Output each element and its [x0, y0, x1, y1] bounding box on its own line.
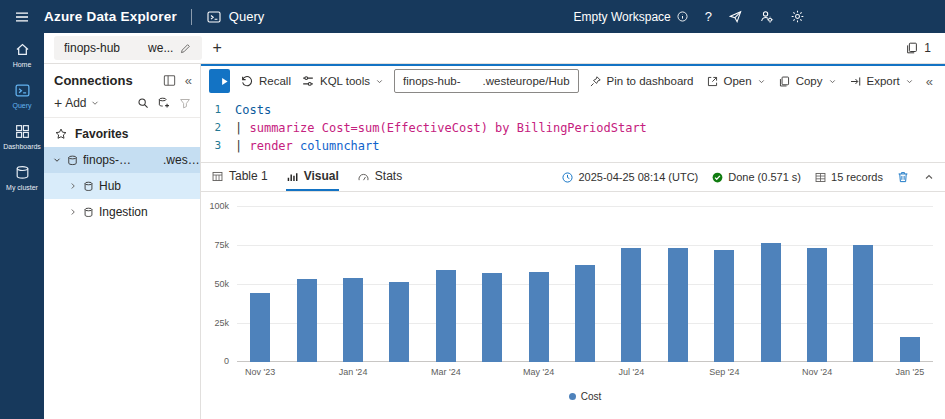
tab-page-count[interactable]: 1 — [905, 41, 931, 55]
chevron-down-icon[interactable] — [90, 98, 100, 108]
code-token: Costs — [235, 101, 271, 119]
bar-Feb '24 — [389, 282, 409, 362]
code-token: columnchart — [293, 137, 380, 155]
app-title: Azure Data Explorer — [44, 9, 177, 24]
recall-button[interactable]: Recall — [240, 74, 291, 88]
legend-marker — [569, 393, 576, 400]
query-section-icon — [206, 9, 222, 25]
y-axis-tick: 25k — [201, 318, 229, 328]
export-button[interactable]: Export — [849, 75, 914, 88]
code-token: render — [249, 137, 292, 155]
bar-Nov '23 — [250, 293, 270, 362]
scope-prefix: finops-hub- — [403, 75, 461, 87]
query-editor[interactable]: 1 Costs 2 | summarize Cost=sum(Effective… — [201, 96, 945, 163]
user-settings-icon[interactable] — [759, 9, 774, 24]
bar-Dec '23 — [297, 279, 317, 362]
delete-results-icon[interactable] — [896, 170, 910, 184]
chevron-right-icon[interactable] — [68, 207, 78, 217]
cluster-name: finops-hub — [83, 153, 138, 167]
connections-title: Connections — [54, 73, 133, 88]
connection-scope-box[interactable]: finops-hub- .westeurope/Hub — [394, 69, 579, 93]
bar-slot — [330, 206, 376, 362]
database-icon — [82, 206, 95, 219]
collapse-results-icon[interactable] — [923, 171, 935, 183]
run-button[interactable]: Run — [209, 69, 230, 93]
table-icon — [211, 170, 224, 183]
rail-item-label: Query — [12, 102, 31, 110]
redacted-text — [126, 43, 142, 53]
hamburger-menu-icon[interactable] — [0, 9, 44, 25]
run-button-group: Run — [209, 69, 230, 93]
settings-gear-icon[interactable] — [790, 9, 805, 24]
x-axis-tick: May '24 — [515, 367, 561, 377]
tree-row-database-hub[interactable]: Hub — [44, 173, 200, 199]
legend-label: Cost — [581, 391, 602, 402]
rail-item-my-cluster[interactable]: My cluster — [0, 164, 44, 192]
bar-Oct '24 — [761, 243, 781, 362]
rail-item-label: Home — [13, 61, 32, 69]
add-database-icon[interactable] — [157, 96, 171, 110]
edit-tab-icon[interactable] — [179, 42, 192, 55]
open-button[interactable]: Open — [706, 75, 766, 88]
clock-icon — [561, 171, 574, 184]
redacted-text — [461, 76, 483, 86]
bar-Nov '24 — [807, 248, 827, 362]
tab-table-1[interactable]: Table 1 — [211, 163, 268, 191]
x-axis-tick: Jul '24 — [608, 367, 654, 377]
left-nav-rail: Home Query Dashboards My cluster — [0, 33, 44, 419]
bars-container — [237, 206, 933, 362]
bar-Jan '24 — [343, 278, 363, 362]
add-connection-button[interactable]: Add — [65, 96, 86, 110]
bar-Sep '24 — [714, 250, 734, 362]
tree-row-cluster[interactable]: finops-hub .west... — [44, 147, 200, 173]
copy-button[interactable]: Copy — [778, 75, 837, 88]
tree-row-database-ingestion[interactable]: Ingestion — [44, 199, 200, 225]
chevron-right-icon[interactable] — [68, 181, 78, 191]
chevron-down-icon[interactable] — [52, 155, 62, 165]
bar-slot — [376, 206, 422, 362]
collapse-panel-icon[interactable]: « — [185, 73, 192, 88]
tab-bar: finops-hub we... + 1 — [44, 33, 945, 64]
page-count-value: 1 — [924, 41, 931, 55]
tab-label: Visual — [304, 169, 339, 183]
rail-item-dashboards[interactable]: Dashboards — [0, 123, 44, 151]
search-icon[interactable] — [136, 96, 150, 110]
x-axis-labels: Nov '23Jan '24Mar '24May '24Jul '24Sep '… — [237, 367, 933, 377]
pin-icon — [589, 75, 602, 88]
add-plus-icon: + — [54, 97, 62, 109]
kql-tools-button[interactable]: KQL tools — [301, 74, 384, 88]
code-line: 2 | summarize Cost=sum(EffectiveCost) by… — [201, 119, 945, 137]
x-axis-tick — [469, 367, 515, 377]
line-number: 1 — [201, 101, 235, 119]
feedback-icon[interactable] — [728, 9, 743, 24]
tab-stats[interactable]: Stats — [357, 163, 402, 191]
x-axis-tick — [747, 367, 793, 377]
kql-tools-icon — [301, 74, 315, 88]
collapse-toolbar-icon[interactable]: « — [926, 74, 933, 89]
top-header: Azure Data Explorer Query Empty Workspac… — [0, 0, 945, 33]
x-axis-tick: Nov '23 — [237, 367, 283, 377]
database-name: Hub — [99, 179, 121, 193]
rail-item-home[interactable]: Home — [0, 41, 44, 69]
rail-item-query[interactable]: Query — [0, 82, 44, 110]
tab-visual[interactable]: Visual — [286, 163, 339, 191]
export-icon — [849, 75, 862, 88]
help-icon[interactable]: ? — [705, 9, 712, 24]
query-status: Done (0.571 s) — [711, 171, 801, 184]
bar-slot — [562, 206, 608, 362]
bar-slot — [794, 206, 840, 362]
filter-icon[interactable] — [178, 96, 192, 110]
pin-to-dashboard-button[interactable]: Pin to dashboard — [589, 75, 694, 88]
chevron-down-icon — [828, 77, 837, 86]
query-tab[interactable]: finops-hub we... — [54, 36, 202, 60]
pin-label: Pin to dashboard — [607, 75, 694, 87]
workspace-selector[interactable]: Empty Workspace — [574, 10, 689, 24]
new-tab-button[interactable]: + — [212, 40, 221, 56]
bar-slot — [515, 206, 561, 362]
open-icon — [706, 75, 719, 88]
result-chart: 100k 75k 50k 25k 0 Nov '23Jan '24Mar '24… — [201, 192, 945, 419]
x-axis-tick: Nov '24 — [794, 367, 840, 377]
panel-view-icon[interactable] — [162, 73, 177, 88]
x-axis-tick: Mar '24 — [423, 367, 469, 377]
copy-pages-icon — [905, 41, 919, 55]
